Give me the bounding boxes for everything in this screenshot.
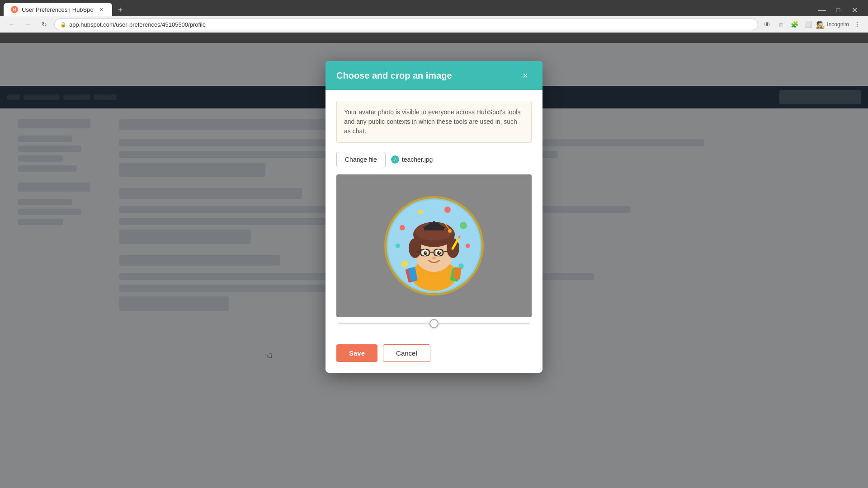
close-window-button[interactable]: ✕ — [848, 4, 861, 16]
new-tab-button[interactable]: + — [114, 4, 127, 16]
browser-chrome: H User Preferences | HubSpot ✕ + — □ ✕ ←… — [0, 0, 868, 43]
nav-actions: 👁 ☆ 🧩 ⬜ 🕵 Incognito ⋮ — [762, 19, 863, 30]
slider-thumb[interactable] — [429, 319, 439, 328]
svg-point-29 — [432, 257, 436, 259]
tab-close-button[interactable]: ✕ — [98, 6, 105, 13]
svg-point-2 — [400, 225, 405, 230]
back-button[interactable]: ← — [5, 18, 18, 31]
reload-button[interactable]: ↻ — [38, 18, 51, 31]
tab-title: User Preferences | HubSpot — [22, 6, 94, 13]
forward-button[interactable]: → — [22, 18, 34, 31]
modal-body: Your avatar photo is visible to everyone… — [326, 90, 542, 344]
incognito-badge: 🕵 Incognito — [816, 20, 849, 29]
file-name-text: teacher.jpg — [402, 156, 433, 163]
svg-point-9 — [444, 206, 451, 213]
tab-favicon: H — [11, 6, 18, 13]
svg-point-8 — [418, 210, 423, 214]
svg-point-27 — [425, 252, 427, 253]
modal-header: Choose and crop an image × — [326, 61, 542, 90]
url-text: app.hubspot.com/user-preferences/4510550… — [69, 21, 206, 28]
zoom-slider-track[interactable] — [338, 323, 530, 324]
svg-point-3 — [396, 244, 400, 248]
avatar-illustration — [384, 196, 484, 296]
slider-fill — [338, 323, 434, 324]
tab-bar: H User Preferences | HubSpot ✕ + — □ ✕ — [0, 0, 868, 16]
profile-icon[interactable]: ⬜ — [802, 19, 813, 30]
svg-point-5 — [460, 222, 467, 229]
check-icon: ✓ — [391, 155, 399, 164]
maximize-button[interactable]: □ — [832, 4, 844, 16]
eye-off-icon: 👁 — [762, 19, 773, 30]
svg-point-28 — [439, 252, 440, 253]
more-options-icon[interactable]: ⋮ — [852, 19, 863, 30]
minimize-button[interactable]: — — [816, 4, 828, 16]
lock-icon: 🔒 — [60, 22, 66, 28]
svg-point-37 — [448, 229, 452, 233]
svg-point-15 — [409, 238, 421, 258]
file-row: Change file ✓ teacher.jpg — [336, 152, 532, 167]
svg-point-4 — [401, 261, 408, 267]
incognito-label: Incognito — [827, 21, 849, 28]
bookmark-icon[interactable]: ☆ — [775, 19, 786, 30]
zoom-slider-row — [336, 323, 532, 324]
active-tab[interactable]: H User Preferences | HubSpot ✕ — [4, 3, 112, 16]
image-crop-area[interactable] — [336, 174, 532, 317]
crop-image-modal: Choose and crop an image × Your avatar p… — [326, 61, 542, 373]
svg-point-6 — [466, 244, 470, 248]
save-button[interactable]: Save — [336, 344, 377, 362]
extension-icon[interactable]: 🧩 — [789, 19, 800, 30]
info-box: Your avatar photo is visible to everyone… — [336, 101, 532, 143]
modal-overlay[interactable]: Choose and crop an image × Your avatar p… — [0, 43, 868, 488]
nav-bar: ← → ↻ 🔒 app.hubspot.com/user-preferences… — [0, 16, 868, 33]
modal-footer: Save Cancel — [326, 344, 542, 373]
file-name-display: ✓ teacher.jpg — [391, 155, 433, 164]
change-file-button[interactable]: Change file — [336, 152, 386, 167]
modal-title: Choose and crop an image — [336, 70, 452, 81]
info-text: Your avatar photo is visible to everyone… — [344, 108, 524, 136]
avatar-preview — [384, 196, 484, 296]
modal-close-button[interactable]: × — [519, 69, 532, 82]
address-bar[interactable]: 🔒 app.hubspot.com/user-preferences/45105… — [54, 19, 758, 30]
cancel-button[interactable]: Cancel — [383, 344, 430, 362]
